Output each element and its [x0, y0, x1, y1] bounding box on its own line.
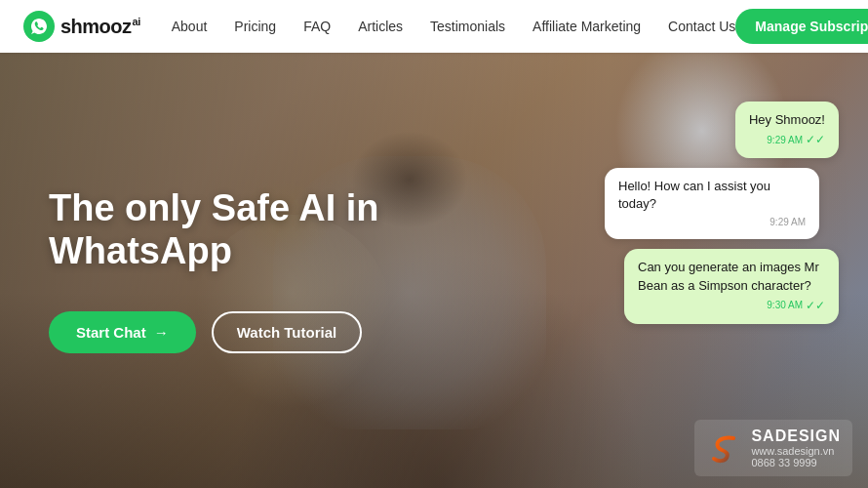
- sadesign-logo-icon: [706, 430, 741, 466]
- logo-icon: [23, 11, 55, 42]
- sadesign-url: www.sadesign.vn: [751, 445, 841, 457]
- sadesign-watermark: SADESIGN www.sadesign.vn 0868 33 9999: [694, 420, 852, 476]
- read-receipt-1: ✓✓: [806, 132, 825, 148]
- hero-title: The only Safe AI in WhatsApp: [49, 187, 419, 272]
- logo[interactable]: shmoozai: [23, 11, 140, 42]
- hero-section: The only Safe AI in WhatsApp Start Chat …: [0, 53, 868, 488]
- nav-contact[interactable]: Contact Us: [668, 19, 735, 34]
- chat-bubble-3: Can you generate an images Mr Bean as a …: [624, 249, 839, 323]
- nav-links: About Pricing FAQ Articles Testimonials …: [172, 19, 736, 34]
- arrow-icon: →: [154, 324, 169, 341]
- chat-bubble-text-1: Hey Shmooz!: [749, 111, 825, 129]
- sadesign-info: SADESIGN www.sadesign.vn 0868 33 9999: [751, 427, 841, 468]
- nav-articles[interactable]: Articles: [358, 19, 403, 34]
- nav-pricing[interactable]: Pricing: [234, 19, 276, 34]
- chat-bubble-text-2: Hello! How can I assist you today?: [618, 178, 806, 213]
- navbar: shmoozai About Pricing FAQ Articles Test…: [0, 0, 868, 53]
- sadesign-brand-name: SADESIGN: [751, 427, 841, 445]
- chat-time-3: 9:30 AM ✓✓: [638, 298, 825, 314]
- chat-time-1: 9:29 AM ✓✓: [749, 132, 825, 148]
- chat-bubble-2: Hello! How can I assist you today? 9:29 …: [605, 168, 819, 239]
- sadesign-phone: 0868 33 9999: [751, 457, 841, 468]
- chat-time-2: 9:29 AM: [618, 216, 806, 229]
- nav-faq[interactable]: FAQ: [303, 19, 331, 34]
- manage-subscription-button[interactable]: Manage Subscription: [735, 9, 868, 44]
- logo-wordmark: shmoozai: [60, 16, 140, 38]
- chat-bubble-text-3: Can you generate an images Mr Bean as a …: [638, 259, 825, 294]
- watch-tutorial-button[interactable]: Watch Tutorial: [212, 311, 363, 353]
- chat-bubbles-container: Hey Shmooz! 9:29 AM ✓✓ Hello! How can I …: [585, 102, 839, 324]
- nav-affiliate[interactable]: Affiliate Marketing: [533, 19, 641, 34]
- nav-about[interactable]: About: [172, 19, 208, 34]
- chat-bubble-1: Hey Shmooz! 9:29 AM ✓✓: [735, 102, 839, 158]
- start-chat-button[interactable]: Start Chat →: [49, 311, 196, 353]
- nav-testimonials[interactable]: Testimonials: [430, 19, 505, 34]
- read-receipt-3: ✓✓: [806, 298, 825, 314]
